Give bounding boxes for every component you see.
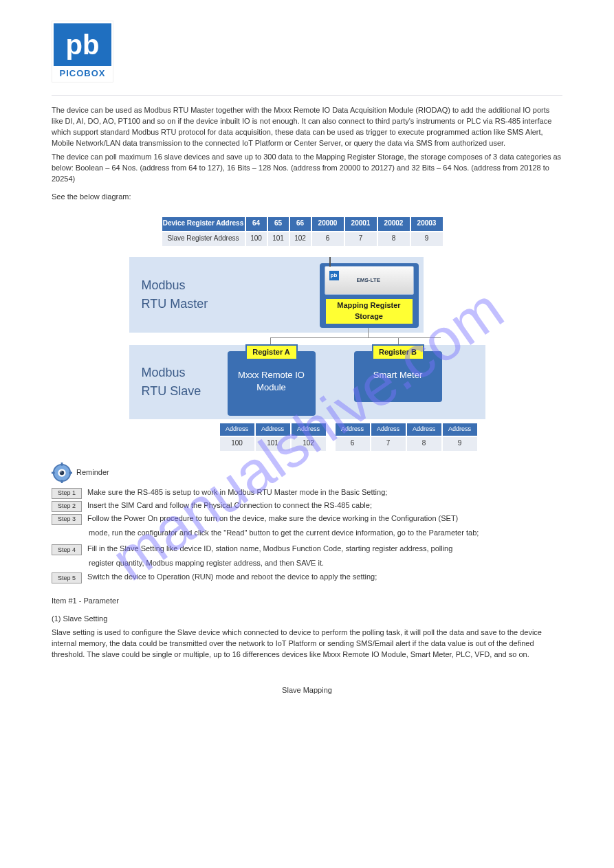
logo-mark: pb	[54, 23, 111, 66]
register-mapping-table: Device Register Address 64 65 66 20000 2…	[162, 216, 443, 247]
step-badge: Step 4	[52, 544, 82, 555]
step-4-cont: register quantity, Modbus mapping regist…	[89, 558, 562, 569]
svg-rect-4	[69, 471, 72, 474]
slave-setting-heading: (1) Slave Setting	[52, 614, 562, 625]
mapping-storage-label: Mapping Register Storage	[325, 298, 414, 325]
brand-logo: pb PICOBOX	[52, 21, 113, 82]
slave-a-unit: Register A Mxxx Remote IO Module	[228, 351, 316, 416]
step-2: Step 2 Insert the SIM Card and follow th…	[52, 500, 562, 512]
svg-rect-3	[52, 471, 55, 474]
main-device-unit: pb EMS-LTE Mapping Register Storage	[320, 263, 419, 328]
step-badge: Step 5	[52, 572, 82, 583]
svg-rect-2	[61, 480, 63, 483]
svg-rect-1	[61, 463, 63, 466]
slave-a-addr-table: Address100 Address101 Address102	[219, 423, 327, 452]
reminder-label: Reminder	[76, 467, 109, 478]
slave-b-addr-table: Address6 Address7 Address8 Address9	[335, 423, 478, 452]
table-header: Device Register Address	[162, 216, 245, 232]
step-3-cont: mode, run the configurator and click the…	[89, 528, 562, 539]
slave-b-unit: Register B Smart Meter	[354, 351, 442, 402]
svg-point-6	[60, 470, 65, 475]
register-a-label: Register A	[245, 344, 298, 361]
step-1: Step 1 Make sure the RS-485 is setup to …	[52, 487, 562, 499]
step-4: Step 4 Fill in the Slave Setting like de…	[52, 544, 562, 555]
logo-brand: PICOBOX	[60, 67, 106, 80]
step-3: Step 3 Follow the Power On procedure to …	[52, 513, 562, 525]
step-badge: Step 3	[52, 514, 82, 525]
slave-setting-body: Slave setting is used to configure the S…	[52, 627, 562, 660]
item-heading: Item #1 - Parameter	[52, 596, 562, 607]
intro-paragraph-2: The device can poll maximum 16 slave dev…	[52, 152, 562, 185]
architecture-diagram: Device Register Address 64 65 66 20000 2…	[52, 216, 562, 450]
step-badge: Step 2	[52, 501, 82, 512]
svg-point-7	[61, 471, 62, 472]
register-b-label: Register B	[372, 344, 424, 361]
intro-paragraph-3: See the below diagram:	[52, 192, 562, 203]
step-5: Step 5 Switch the device to Operation (R…	[52, 572, 562, 583]
header-divider	[52, 95, 562, 96]
device-photo: pb EMS-LTE	[325, 266, 414, 295]
figure-caption: Slave Mapping	[52, 685, 562, 696]
step-badge: Step 1	[52, 488, 82, 499]
gear-icon	[52, 463, 72, 483]
intro-paragraph-1: The device can be used as Modbus RTU Mas…	[52, 105, 562, 149]
